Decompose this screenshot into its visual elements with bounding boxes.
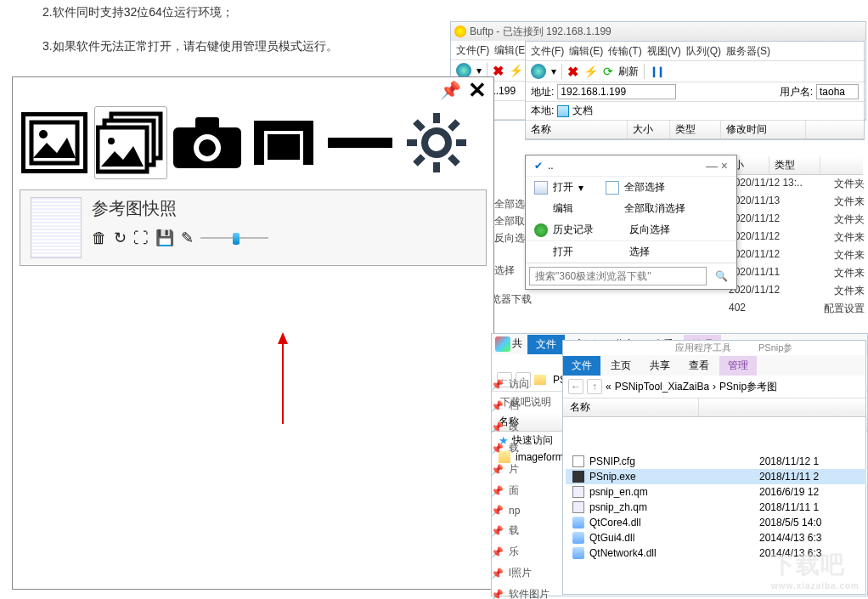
search-input[interactable] bbox=[529, 267, 707, 285]
menu-server[interactable]: 服务器(S) bbox=[724, 43, 772, 59]
user-input-2[interactable] bbox=[816, 84, 859, 99]
file-row[interactable]: psnip_zh.qm2018/11/11 1 bbox=[566, 500, 866, 515]
menu-edit[interactable]: 编辑(E) bbox=[567, 43, 605, 59]
faint-item: 📌l照片 bbox=[491, 562, 550, 584]
svg-point-2 bbox=[39, 130, 48, 138]
menu-view[interactable]: 视图(V) bbox=[645, 43, 683, 59]
deselect-icon bbox=[606, 202, 619, 216]
psnip-toolbar bbox=[13, 103, 493, 183]
popup-open[interactable]: 打开 bbox=[553, 180, 573, 195]
chevron-down-icon[interactable]: ▾ bbox=[578, 182, 583, 194]
col-type[interactable]: 类型 bbox=[670, 121, 721, 138]
side-browser: 览器下载 bbox=[491, 292, 532, 307]
svg-marker-18 bbox=[278, 332, 288, 344]
popup-select[interactable]: 选择 bbox=[629, 245, 650, 259]
crumb-part-1[interactable]: PSnip参考图 bbox=[719, 380, 777, 394]
menu-file[interactable]: 文件(F) bbox=[529, 43, 566, 59]
ribbon-view[interactable]: 查看 bbox=[680, 356, 718, 376]
snapshot-thumbnail[interactable] bbox=[31, 197, 82, 258]
minimize-button[interactable] bbox=[324, 106, 397, 179]
multi-image-button[interactable] bbox=[94, 106, 167, 179]
menu-queue[interactable]: 队列(Q) bbox=[685, 43, 723, 59]
titlebar[interactable]: Buftp - 已连接到 192.168.1.199 bbox=[451, 22, 865, 41]
col-mtime[interactable]: 修改时间 bbox=[721, 121, 806, 138]
col-size[interactable]: 大小 bbox=[628, 121, 670, 138]
connect-icon[interactable] bbox=[531, 64, 546, 79]
selectall-icon bbox=[606, 181, 619, 195]
disconnect-icon[interactable]: ✖ bbox=[567, 64, 578, 80]
addr-input[interactable] bbox=[557, 84, 676, 99]
popup-history[interactable]: 历史记录 bbox=[553, 223, 594, 237]
capture-region-button[interactable] bbox=[247, 106, 320, 179]
ribbon-file[interactable]: 文件 bbox=[527, 335, 565, 354]
opacity-slider[interactable] bbox=[200, 233, 268, 243]
svg-rect-13 bbox=[303, 121, 313, 165]
psnip-window: 📌 ✕ 参考图快照 🗑 ↻ ⛶ 💾 bbox=[12, 76, 494, 590]
file-row[interactable]: psnip_en.qm2016/6/19 12 bbox=[566, 484, 866, 500]
file-row[interactable]: QtCore4.dll2018/5/5 14:0 bbox=[566, 515, 866, 530]
svg-rect-8 bbox=[195, 117, 219, 129]
svg-rect-15 bbox=[328, 138, 392, 148]
col-type[interactable]: 类型 bbox=[769, 156, 820, 174]
dropdown-icon[interactable]: ▾ bbox=[551, 65, 556, 77]
ftp-icon bbox=[454, 25, 466, 37]
watermark: 下载吧 www.xiazaiba.com bbox=[771, 549, 860, 591]
dropdown-icon[interactable]: ▾ bbox=[476, 65, 482, 76]
side-select: 选择 bbox=[494, 263, 515, 278]
popup-selectall[interactable]: 全部选择 bbox=[624, 180, 665, 195]
crumb-part-0[interactable]: PSNipTool_XiaZaiBa bbox=[615, 381, 709, 393]
popup-dotdot[interactable]: .. bbox=[548, 160, 554, 172]
ribbon-share[interactable]: 共享 bbox=[641, 356, 679, 376]
explorer-popup: ✔ .. — × 打开 ▾ 全部选择 编辑 全部取消选择 历史记录 反向选择 打… bbox=[525, 155, 737, 290]
buftp-window-2: 文件(F) 编辑(E) 传输(T) 视图(V) 队列(Q) 服务器(S) ▾ ✖… bbox=[525, 41, 865, 140]
win-title-2: PSnip参 bbox=[753, 342, 798, 354]
file-icon bbox=[572, 486, 584, 498]
svg-point-10 bbox=[199, 139, 216, 156]
pause-icon[interactable]: ❙❙ bbox=[650, 65, 663, 77]
file-list-rows: PSNIP.cfg2018/11/12 1PSnip.exe2018/11/11… bbox=[566, 454, 866, 561]
crop-icon[interactable]: ⛶ bbox=[133, 229, 149, 247]
nav-back-icon[interactable]: ← bbox=[568, 379, 583, 394]
address-bar-2: 地址: 用户名: bbox=[526, 82, 864, 102]
share-label: 共 bbox=[512, 336, 522, 352]
camera-button[interactable] bbox=[171, 106, 244, 179]
snapshot-title: 参考图快照 bbox=[92, 197, 268, 220]
menu-file[interactable]: 文件(F) bbox=[454, 42, 491, 58]
trash-icon[interactable]: 🗑 bbox=[92, 229, 107, 247]
close-icon[interactable]: ✕ bbox=[468, 77, 487, 104]
ribbon-manage[interactable]: 管理 bbox=[719, 356, 757, 376]
eyedropper-icon[interactable]: ✎ bbox=[181, 229, 194, 247]
nav-up-icon[interactable]: ↑ bbox=[587, 379, 602, 394]
search-icon[interactable]: 🔍 bbox=[710, 270, 733, 282]
single-image-button[interactable] bbox=[18, 106, 91, 179]
refresh-icon[interactable]: ⟳ bbox=[603, 65, 613, 78]
popup-invert[interactable]: 反向选择 bbox=[629, 223, 670, 237]
col-name[interactable]: 名称 bbox=[526, 121, 628, 138]
save-icon[interactable]: 💾 bbox=[155, 229, 174, 247]
annotation-arrow bbox=[274, 332, 291, 426]
faint-item: 📌访问 bbox=[491, 374, 550, 395]
local-doc[interactable]: 文档 bbox=[572, 104, 593, 118]
settings-button[interactable] bbox=[400, 106, 473, 179]
quick-connect-icon[interactable]: ⚡ bbox=[509, 64, 523, 77]
popup-edit[interactable]: 编辑 bbox=[553, 201, 573, 216]
col-name[interactable]: 名称 bbox=[563, 398, 699, 416]
file-icon bbox=[572, 532, 584, 544]
pin-icon[interactable]: 📌 bbox=[440, 80, 461, 100]
crumb-pre: « bbox=[606, 381, 612, 393]
file-row[interactable]: PSnip.exe2018/11/11 2 bbox=[566, 469, 866, 484]
ribbon-file[interactable]: 文件 bbox=[563, 356, 600, 376]
file-row[interactable]: PSNIP.cfg2018/11/12 1 bbox=[566, 454, 866, 469]
ribbon-home[interactable]: 主页 bbox=[602, 356, 640, 376]
quick-connect-icon[interactable]: ⚡ bbox=[583, 65, 598, 78]
menubar-2[interactable]: 文件(F) 编辑(E) 传输(T) 视图(V) 队列(Q) 服务器(S) bbox=[526, 42, 864, 60]
popup-open2[interactable]: 打开 bbox=[553, 245, 573, 259]
svg-rect-14 bbox=[268, 134, 300, 160]
reload-icon[interactable]: ↻ bbox=[114, 229, 127, 247]
popup-search: 🔍 bbox=[526, 263, 736, 289]
faint-item: 📌档 bbox=[491, 395, 550, 416]
popup-deselectall[interactable]: 全部取消选择 bbox=[624, 201, 685, 216]
toolbar-2: ▾ ✖ ⚡ ⟳ 刷新 ❙❙ bbox=[526, 60, 864, 82]
file-row[interactable]: QtGui4.dll2014/4/13 6:3 bbox=[566, 530, 866, 545]
menu-transfer[interactable]: 传输(T) bbox=[606, 43, 643, 59]
